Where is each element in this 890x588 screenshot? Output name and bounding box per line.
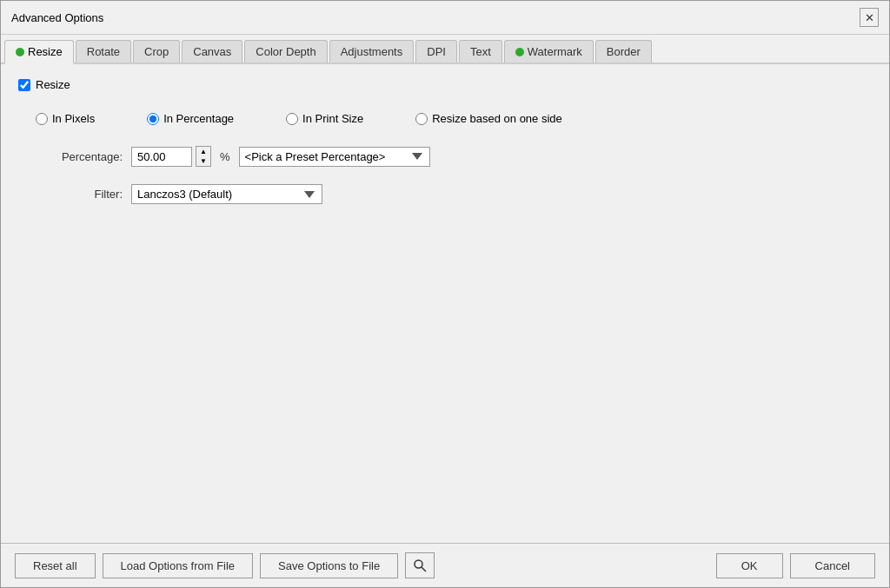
footer: Reset all Load Options from File Save Op… — [1, 543, 889, 587]
radio-in-pixels[interactable]: In Pixels — [36, 112, 95, 125]
tab-label-border: Border — [607, 45, 641, 58]
preset-percentage-dropdown[interactable]: <Pick a Preset Percentage> 10% 25% 50% 7… — [239, 147, 430, 167]
content-area: Resize In Pixels In Percentage In Print … — [1, 64, 889, 543]
radio-resize-one-side-label: Resize based on one side — [432, 112, 562, 125]
percentage-input[interactable] — [131, 147, 192, 167]
title-bar: Advanced Options ✕ — [1, 1, 889, 35]
tabs-bar: ResizeRotateCropCanvasColor DepthAdjustm… — [1, 35, 889, 64]
tab-label-crop: Crop — [144, 45, 169, 58]
tab-label-rotate: Rotate — [87, 45, 120, 58]
tab-label-color-depth: Color Depth — [256, 45, 315, 58]
tab-border[interactable]: Border — [595, 40, 652, 63]
tab-label-dpi: DPI — [427, 45, 446, 58]
tab-rotate[interactable]: Rotate — [76, 40, 131, 63]
advanced-options-dialog: Advanced Options ✕ ResizeRotateCropCanva… — [0, 0, 890, 588]
tab-resize[interactable]: Resize — [4, 40, 74, 64]
tab-text[interactable]: Text — [459, 40, 502, 63]
tab-label-resize: Resize — [28, 45, 63, 58]
tab-crop[interactable]: Crop — [133, 40, 180, 63]
tab-label-watermark: Watermark — [528, 45, 582, 58]
radio-in-print-size[interactable]: In Print Size — [286, 112, 363, 125]
resize-checkbox-label[interactable]: Resize — [36, 78, 70, 91]
radio-in-print-size-label: In Print Size — [302, 112, 363, 125]
load-options-button[interactable]: Load Options from File — [103, 553, 254, 578]
tab-canvas[interactable]: Canvas — [182, 40, 242, 63]
close-button[interactable]: ✕ — [860, 8, 879, 27]
percentage-label: Percentage: — [36, 150, 123, 163]
search-icon — [413, 558, 427, 572]
tab-dot-resize — [16, 48, 24, 56]
radio-resize-one-side[interactable]: Resize based on one side — [415, 112, 562, 125]
percentage-input-group: ▲ ▼ % <Pick a Preset Percentage> 10% 25%… — [131, 146, 430, 167]
percent-sign: % — [220, 150, 230, 163]
radio-options-row: In Pixels In Percentage In Print Size Re… — [36, 112, 872, 125]
tab-dot-watermark — [515, 48, 524, 56]
spinner-up[interactable]: ▲ — [196, 147, 210, 156]
tab-color-depth[interactable]: Color Depth — [244, 40, 327, 63]
filter-dropdown[interactable]: Lanczos3 (Default) Bilinear Bicubic Near… — [131, 184, 322, 204]
search-icon-button[interactable] — [405, 552, 435, 578]
tab-label-canvas: Canvas — [193, 45, 231, 58]
percentage-spinner: ▲ ▼ — [196, 146, 211, 167]
tab-adjustments[interactable]: Adjustments — [329, 40, 415, 63]
ok-button[interactable]: OK — [716, 553, 783, 578]
svg-point-0 — [415, 560, 422, 568]
percentage-row: Percentage: ▲ ▼ % <Pick a Preset Percent… — [36, 146, 872, 167]
radio-in-percentage-label: In Percentage — [163, 112, 234, 125]
radio-in-percentage[interactable]: In Percentage — [147, 112, 234, 125]
filter-row: Filter: Lanczos3 (Default) Bilinear Bicu… — [36, 184, 872, 204]
dialog-title: Advanced Options — [11, 11, 103, 24]
save-options-button[interactable]: Save Options to File — [260, 553, 398, 578]
tab-label-adjustments: Adjustments — [341, 45, 403, 58]
filter-label: Filter: — [36, 188, 123, 201]
tab-label-text: Text — [470, 45, 491, 58]
radio-in-pixels-label: In Pixels — [52, 112, 95, 125]
svg-line-1 — [422, 567, 426, 571]
resize-checkbox[interactable] — [18, 79, 30, 91]
tab-dpi[interactable]: DPI — [415, 40, 457, 63]
cancel-button[interactable]: Cancel — [790, 553, 875, 578]
reset-all-button[interactable]: Reset all — [15, 553, 96, 578]
tab-watermark[interactable]: Watermark — [504, 40, 594, 63]
spinner-down[interactable]: ▼ — [196, 156, 210, 166]
resize-checkbox-row: Resize — [18, 78, 872, 91]
